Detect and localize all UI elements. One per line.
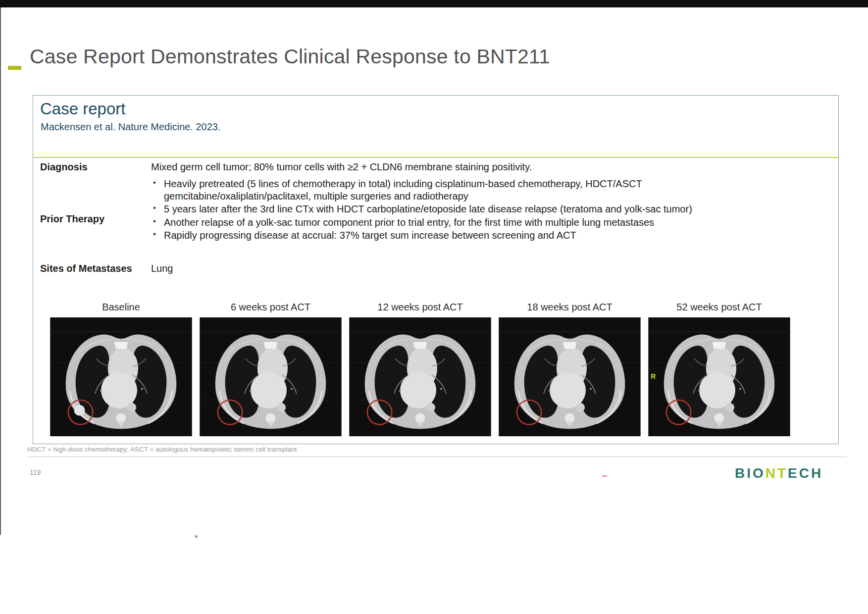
heart <box>101 372 137 409</box>
prior-therapy-item: Rapidly progressing disease at accrual: … <box>151 229 745 242</box>
ct-scan-image: R <box>200 317 342 436</box>
page-number: 119 <box>30 468 41 476</box>
heart <box>251 372 287 409</box>
diagnosis-label: Diagnosis <box>40 161 88 173</box>
title-accent-dash <box>8 66 21 70</box>
orientation-r-marker: R <box>651 372 656 380</box>
heart <box>400 372 436 409</box>
footnote: HDCT = high-dose chemotherapy; ASCT = au… <box>27 446 847 457</box>
ct-scan-caption: 12 weeks post ACT <box>349 302 491 317</box>
ct-scan-card: 12 weeks post ACT <box>349 302 491 436</box>
logo-text-ech: ECH <box>788 465 823 481</box>
ct-scan-card: 52 weeks post ACT <box>648 302 790 436</box>
slide-page: Case Report Demonstrates Clinical Respon… <box>0 0 868 614</box>
ct-scan-row: Baseline <box>50 302 790 436</box>
ct-scan-image: R <box>349 317 491 436</box>
heart <box>699 372 735 409</box>
prior-therapy-list: Heavily pretreated (5 lines of chemother… <box>151 178 745 242</box>
ct-scan-card: Baseline <box>50 302 192 436</box>
prior-therapy-item: Heavily pretreated (5 lines of chemother… <box>151 178 745 203</box>
scan-artifact-speck: ✳ <box>194 534 197 537</box>
diagnosis-value: Mixed germ cell tumor; 80% tumor cells w… <box>151 161 829 173</box>
prior-therapy-label: Prior Therapy <box>40 213 104 225</box>
ct-scan-caption: Baseline <box>50 302 192 317</box>
scan-artifact-left-edge <box>0 7 1 535</box>
case-report-citation: Mackensen et al. Nature Medicine. 2023. <box>41 121 221 133</box>
sites-of-metastases-label: Sites of Metastases <box>40 263 132 274</box>
heart <box>550 372 586 409</box>
ct-scan-caption: 6 weeks post ACT <box>200 302 342 317</box>
ct-scan-image: R <box>50 317 192 436</box>
case-report-heading: Case report <box>40 100 125 118</box>
ct-scan-card: 6 weeks post ACT <box>200 302 342 436</box>
slide-title: Case Report Demonstrates Clinical Respon… <box>30 45 550 69</box>
accent-divider-line <box>33 157 838 158</box>
ct-scan-caption: 18 weeks post ACT <box>499 302 641 317</box>
scan-artifact-top-bar <box>0 0 868 7</box>
logo-text-bio: BIO <box>735 465 766 481</box>
ct-scan-image: R <box>648 317 790 436</box>
ct-scan-image: R <box>499 317 641 436</box>
prior-therapy-item: Another relapse of a yolk-sac tumor comp… <box>151 216 745 229</box>
case-report-box: Case report Mackensen et al. Nature Medi… <box>33 95 839 444</box>
logo-text-nt: NT <box>766 465 788 481</box>
scan-artifact-red-speck <box>602 475 607 477</box>
ct-scan-card: 18 weeks post ACT <box>499 302 641 436</box>
ct-scan-caption: 52 weeks post ACT <box>648 302 790 317</box>
tumor-nodule <box>74 405 85 416</box>
sites-of-metastases-value: Lung <box>151 263 173 274</box>
prior-therapy-item: 5 years later after the 3rd line CTx wit… <box>151 203 745 215</box>
biontech-logo: BIONTECH <box>735 465 823 481</box>
